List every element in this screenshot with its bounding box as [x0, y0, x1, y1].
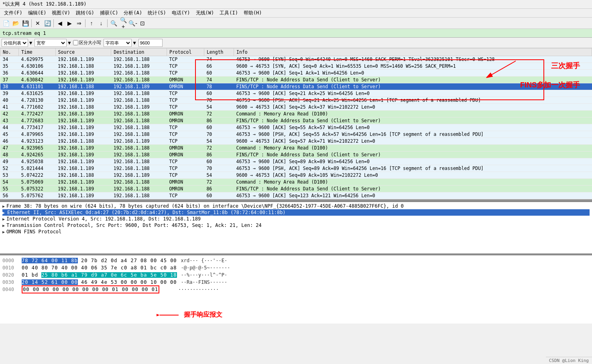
table-row[interactable]: 454.879965192.168.1.189192.168.1.188TCP7…	[0, 131, 592, 138]
search-input[interactable]	[138, 39, 163, 47]
packet-list-container: No. Time Source Destination Protocol Len…	[0, 48, 592, 200]
toolbar-forward[interactable]: ▶	[65, 19, 74, 28]
menu-item-分析A[interactable]: 分析(A)	[121, 9, 144, 17]
table-row[interactable]: 404.728130192.168.1.189192.168.1.188TCP7…	[0, 97, 592, 104]
table-row[interactable]: 354.630106192.168.1.188192.168.1.189TCP6…	[0, 63, 592, 70]
hex-pane: 0000 78 72 64 00 11 8b 20 7b d2 0d a4 27…	[0, 255, 592, 307]
detail-row-tcp[interactable]: ▶ Transmission Control Protocol, Src Por…	[2, 222, 590, 229]
table-row[interactable]: 464.923123192.168.1.188192.168.1.189TCP5…	[0, 138, 592, 145]
toolbar-open[interactable]: 📂	[11, 19, 20, 28]
detail-text-ip: Internet Protocol Version 4, Src: 192.16…	[6, 216, 201, 222]
menu-item-文件F[interactable]: 文件(F)	[2, 9, 25, 17]
table-row[interactable]: 424.772427192.168.1.189192.168.1.188OMRO…	[0, 111, 592, 117]
hex-row-0020: 0020 01 bd 25 80 b6 a1 79 d9 a7 0e 6c 5e…	[2, 271, 590, 279]
detail-row-omron[interactable]: ▶ OMRON FINS Protocol	[2, 229, 590, 235]
table-row[interactable]: 565.075762192.168.1.189192.168.1.188TCP6…	[0, 192, 592, 199]
menu-item-无线W[interactable]: 无线(W)	[193, 9, 217, 17]
table-row[interactable]: 484.924265192.168.1.189192.168.1.188OMRO…	[0, 152, 592, 158]
table-row[interactable]: 384.631101192.168.1.188192.168.1.189OMRO…	[0, 83, 592, 90]
menu-item-编辑E[interactable]: 编辑(E)	[26, 9, 49, 17]
col-length: Length	[204, 49, 234, 56]
hex-bytes-0010: 00 40 80 70 40 00 40 06 35 7e c0 a8 01 b…	[22, 264, 177, 271]
dropdown-arrow: ▼	[29, 40, 32, 46]
toolbar-goto[interactable]: ⇒	[75, 19, 83, 28]
table-row[interactable]: 364.630644192.168.1.189192.168.1.188TCP6…	[0, 70, 592, 77]
menu-item-统计S[interactable]: 统计(S)	[145, 9, 169, 17]
type-container: 字符串 ▼	[104, 39, 136, 47]
col-toolbar: 分组列表 ▼ 宽窄 ▼ 区分大小写 字符串 ▼	[0, 38, 592, 48]
table-row[interactable]: 535.074222192.168.1.188192.168.1.189TCP5…	[0, 172, 592, 179]
filter-bar: tcp.stream eq 1	[0, 29, 592, 38]
toolbar-up[interactable]: ↑	[87, 19, 96, 28]
hex-offset-0030: 0030	[2, 279, 18, 286]
type-dropdown-arrow: ▼	[133, 40, 136, 46]
hex-highlight-red: 00 00 00 00 00 00 00 00 00 01 00 00 00 0…	[22, 285, 159, 293]
hex-offset-0000: 0000	[2, 257, 18, 264]
table-row[interactable]: 394.631625192.168.1.189192.168.1.188TCP6…	[0, 90, 592, 97]
hex-bytes-src: 20 7b d2 0d a4 27 08 00 45 00	[81, 258, 177, 263]
col-info: Info	[234, 49, 592, 56]
table-header-row: No. Time Source Destination Protocol Len…	[0, 49, 592, 56]
toolbar-reload[interactable]: 🔄	[43, 19, 52, 28]
menu-item-电话Y[interactable]: 电话(Y)	[169, 9, 193, 17]
col-protocol: Protocol	[167, 49, 204, 56]
width-container: 宽窄 ▼	[35, 39, 71, 47]
hex-ascii-0020: ··%···y···l^·^P·	[181, 271, 228, 279]
table-row[interactable]: 494.925038192.168.1.189192.168.1.188TCP6…	[0, 158, 592, 165]
case-checkbox-container: 区分大小写	[73, 40, 101, 46]
detail-arrow-tcp: ▶	[2, 223, 5, 228]
toolbar-new[interactable]: 📄	[2, 19, 10, 28]
handshake-annotation: 握手响应报文	[157, 311, 222, 319]
toolbar-zoom-fit[interactable]: ⊡	[138, 19, 147, 28]
toolbar-down[interactable]: ↓	[97, 19, 106, 28]
detail-text-frame: Frame 38: 78 bytes on wire (624 bits), 7…	[6, 203, 404, 209]
toolbar-save[interactable]: 💾	[21, 19, 30, 28]
detail-pane: ▶ Frame 38: 78 bytes on wire (624 bits),…	[0, 202, 592, 254]
toolbar-close[interactable]: ✕	[33, 19, 42, 28]
hex-row-0000: 0000 78 72 64 00 11 8b 20 7b d2 0d a4 27…	[2, 257, 590, 264]
table-row[interactable]: 555.075322192.168.1.189192.168.1.188OMRO…	[0, 186, 592, 192]
toolbar-zoom-in[interactable]: 🔍+	[119, 19, 128, 28]
detail-arrow-ethernet: ▶	[2, 210, 5, 215]
handshake-label: 握手响应报文	[184, 311, 222, 319]
hex-bytes-0030: 20 14 52 61 00 00 46 49 4e 53 00 00 00 1…	[22, 279, 177, 286]
status-bar: CSDN @Lion King	[546, 357, 592, 364]
col-source: Source	[55, 49, 111, 56]
toolbar-search[interactable]: 🔍	[109, 19, 118, 28]
table-row[interactable]: 474.923965192.168.1.189192.168.1.188OMRO…	[0, 145, 592, 152]
menu-item-帮助H[interactable]: 帮助(H)	[241, 9, 264, 17]
detail-row-ip[interactable]: ▶ Internet Protocol Version 4, Src: 192.…	[2, 216, 590, 222]
toolbar-zoom-out[interactable]: 🔍-	[128, 19, 137, 28]
width-select[interactable]: 宽窄	[35, 39, 67, 47]
table-row[interactable]: 414.771602192.168.1.188192.168.1.189TCP5…	[0, 104, 592, 111]
group-select[interactable]: 分组列表	[2, 39, 28, 47]
menu-item-工具I[interactable]: 工具(I)	[217, 9, 240, 17]
table-row[interactable]: 434.772683192.168.1.189192.168.1.188OMRO…	[0, 117, 592, 124]
hex-offset-0020: 0020	[2, 271, 18, 279]
table-row[interactable]: 344.629975192.168.1.189192.168.1.188TCP7…	[0, 56, 592, 63]
detail-arrow-frame: ▶	[2, 204, 5, 208]
packet-tbody: 344.629975192.168.1.189192.168.1.188TCP7…	[0, 56, 592, 199]
toolbar-back[interactable]: ◀	[55, 19, 64, 28]
detail-arrow-ip: ▶	[2, 217, 5, 221]
col-no: No.	[0, 49, 19, 56]
hex-offset-0040: 0040	[2, 286, 18, 293]
table-row[interactable]: 545.075069192.168.1.189192.168.1.188OMRO…	[0, 179, 592, 186]
hex-bytes-0000: 78 72 64 00 11 8b 20 7b d2 0d a4 27 08 0…	[22, 257, 177, 264]
hex-ascii-0010: ·@·p@·@·5~·······	[181, 264, 230, 271]
detail-row-ethernet[interactable]: ▶ Ethernet II, Src: ASIXElec_0d:a4:27 (2…	[2, 209, 590, 216]
menu-item-跳转G[interactable]: 跳转(G)	[73, 9, 97, 17]
case-checkbox[interactable]	[73, 40, 78, 45]
menu-item-视图V[interactable]: 视图(V)	[49, 9, 73, 17]
type-select[interactable]: 字符串	[104, 39, 132, 47]
detail-row-frame[interactable]: ▶ Frame 38: 78 bytes on wire (624 bits),…	[2, 203, 590, 209]
menu-item-捕获C[interactable]: 捕获(C)	[98, 9, 121, 17]
filter-text: tcp.stream eq 1	[2, 30, 46, 36]
hex-bytes-0040: 00 00 00 00 00 00 00 00 00 01 00 00 00 0…	[22, 286, 174, 293]
col-destination: Destination	[111, 49, 167, 56]
packet-table: No. Time Source Destination Protocol Len…	[0, 48, 592, 199]
detail-text-ethernet: Ethernet II, Src: ASIXElec_0d:a4:27 (20:…	[6, 210, 287, 215]
table-row[interactable]: 525.021444192.168.1.189192.168.1.188TCP7…	[0, 165, 592, 172]
table-row[interactable]: 374.630842192.168.1.189192.168.1.188OMRO…	[0, 77, 592, 83]
table-row[interactable]: 444.773417192.168.1.189192.168.1.188TCP6…	[0, 124, 592, 131]
